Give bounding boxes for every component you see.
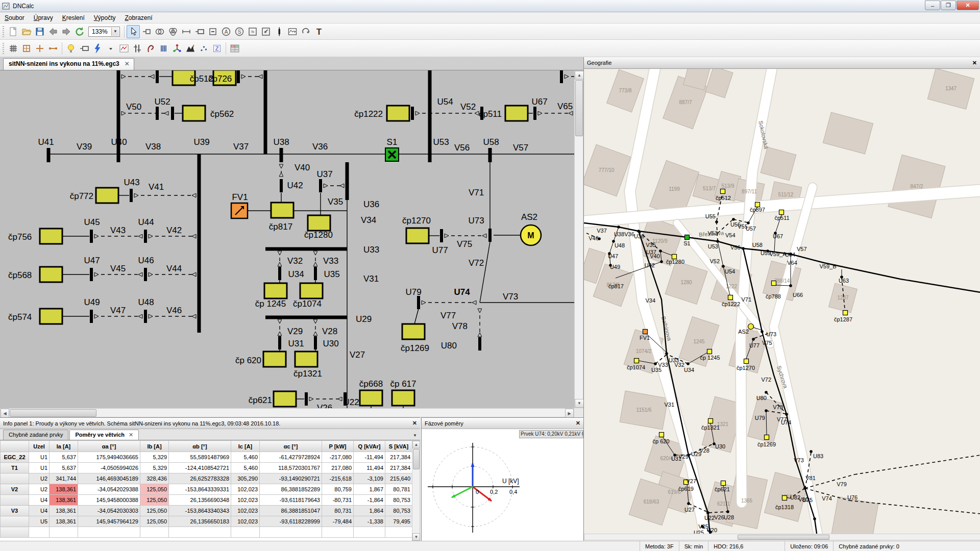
map-consumer[interactable]: [721, 481, 726, 486]
network-node[interactable]: [722, 265, 725, 268]
column-header[interactable]: [1, 441, 29, 452]
network-node[interactable]: [654, 362, 657, 365]
table-row[interactable]: U5138,361145,9457964129125,05026,1356650…: [1, 516, 412, 527]
menu-item-vpoty[interactable]: Výpočty: [89, 13, 120, 23]
consumer-box[interactable]: [40, 309, 62, 324]
map-canvas[interactable]: 773/8887/71347777/101199847/21120/9513/7…: [584, 69, 980, 534]
terminal-bar[interactable]: [144, 268, 147, 281]
busbar[interactable]: [265, 247, 347, 251]
table-row[interactable]: V3U4138,361-34,0542030303125,050-153,864…: [1, 506, 412, 516]
document-tab[interactable]: sitNN-snizeni ins vykonu na 11%.egc3 ✕: [3, 58, 134, 70]
map-consumer[interactable]: [744, 359, 749, 364]
tab-close-icon[interactable]: ✕: [125, 60, 130, 70]
scroll-up-icon[interactable]: ▲: [575, 71, 584, 80]
zoom-dropdown-icon[interactable]: ▼: [111, 28, 119, 36]
terminal-bar[interactable]: [90, 230, 93, 243]
consumer-box[interactable]: [96, 188, 118, 203]
load2-icon[interactable]: [78, 42, 91, 55]
column-header[interactable]: Ic [A]: [231, 441, 260, 452]
column-header[interactable]: Ia [A]: [50, 441, 78, 452]
table-row[interactable]: T1U15,637-4,05059940265,329-124,41085427…: [1, 463, 412, 473]
select-icon[interactable]: [127, 25, 140, 38]
menu-item-pravy[interactable]: Úpravy: [29, 13, 58, 23]
map-switch-s1[interactable]: [685, 235, 690, 240]
maximize-button[interactable]: ❐: [941, 1, 956, 10]
span-icon[interactable]: [46, 42, 60, 55]
column-header[interactable]: αb [°]: [169, 441, 231, 452]
terminal-bar[interactable]: [560, 70, 563, 83]
map-consumer[interactable]: [779, 210, 784, 215]
geography-close-icon[interactable]: ✕: [972, 60, 977, 66]
load-icon[interactable]: [193, 25, 206, 38]
column-header[interactable]: P [kW]: [322, 441, 354, 452]
network-node[interactable]: [765, 391, 768, 394]
vscroll-thumb[interactable]: [575, 80, 583, 136]
network-node[interactable]: [752, 338, 755, 341]
consumer-box[interactable]: [308, 215, 330, 231]
map-consumer[interactable]: [765, 435, 769, 440]
transformer-3w-icon[interactable]: [166, 25, 180, 38]
area-f-icon[interactable]: f: [184, 42, 197, 55]
hscroll-thumb[interactable]: [10, 409, 96, 417]
terminal-bar[interactable]: [278, 336, 281, 349]
scroll-down-icon[interactable]: ▼: [575, 399, 584, 408]
schematic-hscrollbar[interactable]: ◀ ▶: [0, 408, 574, 417]
menu-item-kreslen[interactable]: Kreslení: [58, 13, 89, 23]
menu-item-zobrazen[interactable]: Zobrazení: [120, 13, 157, 23]
scroll-right-icon[interactable]: ▶: [565, 409, 574, 418]
schematic-vscrollbar[interactable]: ▲ ▼: [574, 70, 583, 408]
network-node[interactable]: [687, 502, 690, 505]
network-node[interactable]: [716, 240, 719, 243]
terminal-bar[interactable]: [319, 179, 322, 192]
consumer-box[interactable]: [183, 106, 205, 121]
consumer-box[interactable]: [300, 283, 323, 298]
terminal-bar[interactable]: [144, 310, 147, 323]
table-vscroll-thumb[interactable]: [413, 449, 420, 469]
map-consumer[interactable]: [772, 281, 776, 286]
column-header[interactable]: Q [kVAr]: [354, 441, 385, 452]
busbar[interactable]: [198, 154, 201, 333]
consumer-box[interactable]: [264, 283, 287, 298]
table-row[interactable]: [1, 527, 412, 538]
refresh-icon[interactable]: [73, 25, 86, 38]
map-consumer[interactable]: [782, 496, 787, 500]
balance-icon[interactable]: [131, 42, 144, 55]
map-hscrollbar[interactable]: [584, 534, 980, 540]
map-consumer[interactable]: [659, 433, 664, 437]
busbar[interactable]: [428, 70, 432, 162]
busbar[interactable]: [117, 70, 120, 162]
section-icon[interactable]: [206, 25, 219, 38]
table-filter-icon[interactable]: ▼: [413, 433, 417, 440]
network-node[interactable]: [617, 226, 620, 229]
branch-icon[interactable]: [180, 25, 193, 38]
hook-icon[interactable]: [144, 42, 157, 55]
consumer-box[interactable]: [274, 391, 296, 407]
consumer-box[interactable]: [392, 390, 414, 406]
back-icon[interactable]: [46, 25, 60, 38]
busbar[interactable]: [264, 70, 267, 154]
consumer-box[interactable]: [387, 106, 409, 121]
save-icon[interactable]: [33, 25, 46, 38]
table-scroll-down-icon[interactable]: ▼: [412, 533, 420, 541]
terminal-bar[interactable]: [305, 392, 308, 406]
source-a-icon[interactable]: A: [219, 25, 233, 38]
terminal-bar[interactable]: [156, 107, 159, 120]
phase-panel-close-icon[interactable]: ✕: [576, 420, 580, 427]
info-panel-close-icon[interactable]: ✕: [412, 420, 417, 427]
consumer-box[interactable]: [505, 106, 528, 121]
grid-icon[interactable]: [7, 42, 20, 55]
terminal-bar[interactable]: [90, 268, 93, 281]
axes3-icon[interactable]: [170, 42, 184, 55]
table-scroll-up-icon[interactable]: ▲: [412, 441, 420, 448]
terminal-bar[interactable]: [533, 107, 536, 120]
consumer-box[interactable]: [402, 324, 425, 339]
node-icon[interactable]: [140, 25, 153, 38]
network-node[interactable]: [813, 517, 816, 520]
map-consumer[interactable]: [843, 311, 848, 315]
terminal-bar[interactable]: [156, 70, 159, 83]
network-node[interactable]: [742, 247, 745, 250]
capacitor-icon[interactable]: [273, 25, 286, 38]
map-motor-as2[interactable]: [748, 324, 754, 330]
consumer-box[interactable]: [406, 228, 429, 243]
map-consumer[interactable]: [708, 419, 713, 423]
